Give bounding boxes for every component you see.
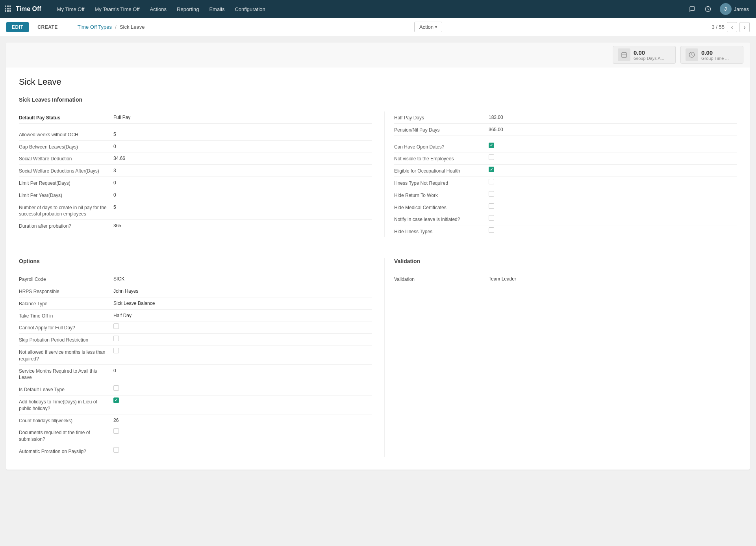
stat-days-label: Group Days A...	[634, 56, 664, 61]
checkbox-not-visible[interactable]	[489, 154, 494, 160]
record-title: Sick Leave	[19, 77, 737, 87]
field-label-limit-request: Limit Per Request(Days)	[19, 179, 113, 187]
nav-configuration[interactable]: Configuration	[230, 0, 270, 18]
field-label-duration-prob: Duration after probation?	[19, 222, 113, 230]
field-not-allowed-service: Not allowed if service months is less th…	[19, 346, 372, 365]
nav-reporting[interactable]: Reporting	[172, 0, 204, 18]
field-value-nil-pay: 5	[113, 203, 372, 210]
next-record-button[interactable]: ›	[739, 22, 750, 32]
checkbox-default-leave[interactable]	[113, 385, 119, 391]
field-label-docs-req: Documents required at the time of submis…	[19, 428, 113, 443]
edit-button[interactable]: EDIT	[6, 22, 29, 32]
checkbox-open-dates[interactable]	[489, 143, 494, 148]
prev-record-button[interactable]: ‹	[727, 22, 737, 32]
field-limit-per-year: Limit Per Year(Days) 0	[19, 189, 372, 201]
chat-icon[interactable]	[686, 3, 699, 15]
field-value-swd-after: 3	[113, 167, 372, 173]
options-validation-section: Options Payroll Code SICK HRPS Responsib…	[19, 258, 737, 457]
field-value-duration-prob: 365	[113, 222, 372, 228]
field-value-limit-year: 0	[113, 191, 372, 198]
field-eligible-occ-health: Eligible for Occupational Health	[394, 165, 737, 177]
field-take-time-off-in: Take Time Off in Half Day	[19, 310, 372, 322]
options-column: Options Payroll Code SICK HRPS Responsib…	[19, 258, 372, 457]
chevron-down-icon: ▾	[435, 25, 437, 29]
field-label-take-time: Take Time Off in	[19, 312, 113, 319]
field-label-gap: Gap Between Leaves(Days)	[19, 143, 113, 150]
checkbox-notify-leave[interactable]	[489, 215, 494, 221]
field-label-illness-not-req: Illness Type Not Required	[394, 179, 489, 187]
field-value-take-time: Half Day	[113, 312, 372, 318]
checkbox-no-full-day[interactable]	[113, 323, 119, 329]
field-label-swd: Social Welfare Deduction	[19, 154, 113, 162]
clock-icon[interactable]	[702, 3, 714, 15]
field-value-default-pay: Full Pay	[113, 113, 372, 120]
field-social-welfare-deduction: Social Welfare Deduction 34.66	[19, 152, 372, 165]
user-avatar[interactable]: J James	[717, 0, 751, 18]
field-half-pay-days: Half Pay Days 183.00	[394, 111, 737, 124]
field-count-holidays: Count holidays till(weeks) 26	[19, 414, 372, 427]
field-value-service-months: 0	[113, 367, 372, 373]
field-service-months: Service Months Required to Avail this Le…	[19, 365, 372, 384]
svg-rect-6	[5, 10, 6, 12]
field-value-hrps: John Hayes	[113, 287, 372, 294]
breadcrumb-parent-link[interactable]: Time Off Types	[78, 24, 112, 30]
info-fields-grid: Default Pay Status Full Pay Allowed week…	[19, 111, 737, 237]
field-skip-probation: Skip Probation Period Restriction	[19, 334, 372, 346]
field-hide-medical: Hide Medical Certificates	[394, 201, 737, 214]
field-label-default-pay: Default Pay Status	[19, 113, 113, 121]
field-hide-return: Hide Return To Work	[394, 189, 737, 201]
stat-time-icon	[686, 48, 698, 61]
field-label-occ-health: Eligible for Occupational Health	[394, 167, 489, 175]
field-value-balance-type: Sick Leave Balance	[113, 299, 372, 306]
stat-days-icon	[618, 48, 630, 61]
field-swd-after-days: Social Welfare Deductions After(Days) 3	[19, 165, 372, 177]
field-value-payroll-code: SICK	[113, 275, 372, 282]
checkbox-illness-not-req[interactable]	[489, 179, 494, 184]
field-notify-leave: Notify in case leave is initiated?	[394, 213, 737, 225]
checkbox-hide-illness[interactable]	[489, 227, 494, 233]
breadcrumb-bar: EDIT CREATE Time Off Types / Sick Leave …	[0, 18, 756, 36]
nav-my-time-off[interactable]: My Time Off	[52, 0, 89, 18]
checkbox-occ-health[interactable]	[489, 167, 494, 172]
svg-rect-4	[7, 8, 9, 9]
checkbox-hide-medical[interactable]	[489, 203, 494, 209]
field-label-open-dates: Can Have Open Dates?	[394, 143, 489, 150]
breadcrumb-current: Sick Leave	[120, 24, 145, 30]
field-gap-between-leaves: Gap Between Leaves(Days) 0	[19, 141, 372, 153]
pagination-info: 3 / 55	[712, 24, 724, 30]
checkbox-add-holidays[interactable]	[113, 397, 119, 403]
app-brand[interactable]: Time Off	[16, 6, 41, 13]
field-label-balance-type: Balance Type	[19, 299, 113, 307]
action-button[interactable]: Action ▾	[414, 22, 442, 32]
checkbox-skip-prob[interactable]	[113, 336, 119, 341]
field-value-half-pay: 183.00	[489, 113, 737, 120]
main-content: 0.00 Group Days A... 0.00 Group Time ...…	[0, 36, 756, 546]
field-label-hide-illness: Hide Illness Types	[394, 227, 489, 235]
svg-rect-3	[5, 8, 6, 9]
field-docs-required: Documents required at the time of submis…	[19, 426, 372, 445]
svg-rect-7	[7, 10, 9, 12]
stat-group-time[interactable]: 0.00 Group Time ...	[680, 46, 743, 64]
grid-icon[interactable]	[5, 6, 11, 13]
field-can-have-open-dates: Can Have Open Dates?	[394, 141, 737, 153]
checkbox-docs-req[interactable]	[113, 428, 119, 434]
record-card: 0.00 Group Days A... 0.00 Group Time ...…	[6, 43, 750, 470]
main-menu: My Time Off My Team's Time Off Actions R…	[52, 0, 686, 18]
field-label-not-visible: Not visible to the Employees	[394, 154, 489, 162]
checkbox-auto-pro[interactable]	[113, 447, 119, 453]
field-value-allowed-weeks: 5	[113, 130, 372, 137]
create-button[interactable]: CREATE	[32, 22, 63, 32]
nav-my-teams-time-off[interactable]: My Team's Time Off	[90, 0, 144, 18]
field-label-validation: Validation	[394, 275, 489, 283]
svg-rect-2	[9, 6, 11, 7]
checkbox-hide-return[interactable]	[489, 191, 494, 197]
svg-rect-8	[9, 10, 11, 12]
field-value-gap: 0	[113, 143, 372, 149]
field-label-default-leave: Is Default Leave Type	[19, 385, 113, 393]
field-auto-proration: Automatic Proration on Payslip?	[19, 445, 372, 457]
checkbox-not-allowed[interactable]	[113, 348, 119, 353]
stat-group-days[interactable]: 0.00 Group Days A...	[613, 46, 676, 64]
nav-actions[interactable]: Actions	[145, 0, 171, 18]
nav-emails[interactable]: Emails	[204, 0, 229, 18]
section-divider	[19, 250, 737, 250]
